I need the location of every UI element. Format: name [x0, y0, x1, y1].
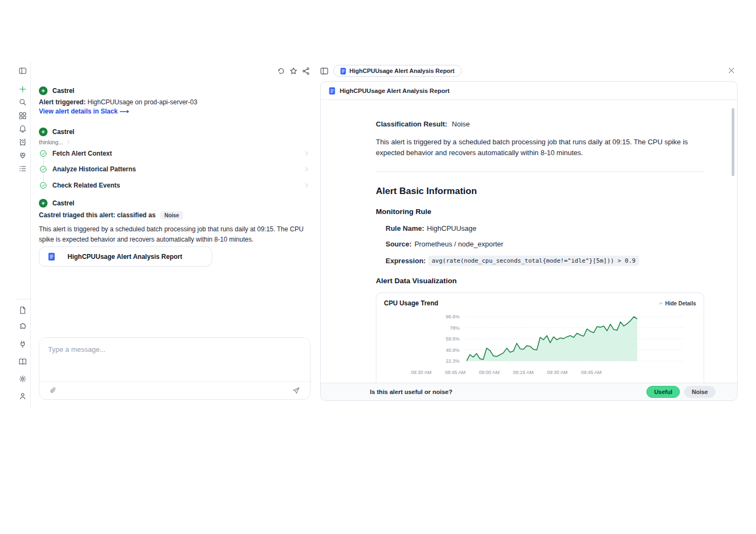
chevron-right-icon	[66, 140, 71, 144]
check-circle-icon	[39, 150, 47, 157]
report-attachment-card[interactable]: HighCPUUsage Alert Analysis Report	[39, 246, 212, 266]
cpu-usage-line-chart	[467, 313, 684, 368]
document-icon	[48, 252, 55, 261]
agent-avatar	[39, 128, 48, 136]
x-tick-label: 09:45 AM	[581, 370, 602, 375]
agent-avatar	[39, 86, 48, 95]
expression-code: avg(rate(node_cpu_seconds_total{mode!="i…	[428, 256, 639, 266]
agent-name: Castrel	[52, 87, 75, 95]
alert-triggered-label: Alert triggered:	[39, 98, 86, 106]
apps-grid-icon[interactable]	[18, 111, 27, 120]
rule-name-value: HighCPUUsage	[427, 224, 477, 232]
notifications-bell-icon[interactable]	[18, 124, 27, 133]
agent-name: Castrel	[52, 128, 75, 136]
attachment-title: HighCPUUsage Alert Analysis Report	[68, 253, 183, 261]
report-content: Classification Result: Noise This alert …	[321, 101, 737, 383]
message-input[interactable]	[39, 338, 310, 381]
close-icon[interactable]	[727, 66, 735, 75]
step-check-related-events[interactable]: Check Related Events	[39, 181, 309, 190]
alert-triggered-line: Alert triggered: HighCPUUsage on prod-ap…	[39, 98, 197, 106]
sidebar-toggle-icon[interactable]	[18, 66, 27, 75]
report-tab[interactable]: HighCPUUsage Alert Analysis Report	[333, 65, 462, 77]
thinking-label: thinking...	[39, 139, 63, 145]
task-list-icon[interactable]	[18, 164, 27, 173]
y-tick-label: 59.5%	[446, 336, 460, 342]
section-basic-info-title: Alert Basic Information	[376, 186, 705, 197]
send-icon[interactable]	[292, 386, 300, 395]
thinking-toggle[interactable]: thinking...	[39, 139, 71, 145]
y-tick-label: 96.6%	[446, 314, 460, 319]
hide-details-label: Hide Details	[665, 301, 696, 306]
expression-row: Expression: avg(rate(node_cpu_seconds_to…	[386, 256, 705, 266]
x-tick-label: 09:30 AM	[547, 370, 568, 375]
feedback-bar: Is this alert useful or noise? Useful No…	[321, 383, 737, 401]
x-tick-label: 08:30 AM	[411, 370, 431, 375]
settings-gear-icon[interactable]	[18, 375, 27, 383]
subsection-monitoring-rule-title: Monitoring Rule	[376, 208, 705, 216]
report-panel-header: HighCPUUsage Alert Analysis Report	[321, 82, 737, 100]
feedback-question: Is this alert useful or noise?	[370, 389, 453, 395]
documents-icon[interactable]	[18, 306, 27, 315]
x-tick-label: 08:45 AM	[445, 370, 465, 375]
classification-value: Noise	[452, 120, 470, 128]
rule-name-label: Rule Name:	[386, 224, 424, 232]
expression-label: Expression:	[386, 257, 426, 265]
chat-column: Castrel Alert triggered: HighCPUUsage on…	[31, 62, 320, 408]
step-analyze-historical-patterns[interactable]: Analyze Historical Patterns	[39, 164, 309, 174]
step-fetch-alert-context[interactable]: Fetch Alert Context	[39, 149, 309, 158]
attach-paperclip-icon[interactable]	[49, 386, 57, 395]
section-divider	[376, 171, 704, 172]
chevron-right-icon	[304, 183, 309, 188]
health-heart-icon[interactable]	[18, 151, 27, 159]
source-value: Prometheus / node_exporter	[414, 240, 503, 248]
rule-name-row: Rule Name: HighCPUUsage	[386, 224, 705, 232]
agent-avatar	[39, 199, 48, 208]
check-circle-icon	[39, 165, 47, 173]
hide-details-button[interactable]: Hide Details	[658, 301, 696, 306]
message-composer	[39, 337, 310, 400]
source-row: Source: Prometheus / node_exporter	[386, 240, 705, 248]
triage-result-line: Castrel triaged this alert: classified a…	[39, 211, 183, 219]
triage-prefix: Castrel triaged this alert: classified a…	[39, 211, 156, 219]
report-tab-label: HighCPUUsage Alert Analysis Report	[349, 68, 455, 74]
monitoring-rule-fields: Rule Name: HighCPUUsage Source: Promethe…	[386, 224, 705, 266]
panel-toggle-icon[interactable]	[320, 66, 329, 76]
y-tick-label: 40.9%	[446, 348, 460, 353]
report-summary: This alert is triggered by a scheduled b…	[376, 137, 704, 158]
chevron-up-icon	[658, 301, 663, 306]
agent-message-header: Castrel	[39, 128, 75, 136]
chart-card-header: CPU Usage Trend Hide Details	[384, 299, 696, 307]
noise-button[interactable]: Noise	[684, 386, 716, 398]
classification-result-line: Classification Result: Noise	[376, 120, 705, 128]
integrations-plug-icon[interactable]	[18, 340, 27, 349]
useful-button[interactable]: Useful	[646, 386, 680, 398]
slack-details-link[interactable]: View alert details in Slack ⟶	[39, 108, 129, 115]
step-label: Check Related Events	[52, 182, 120, 189]
account-person-icon[interactable]	[18, 392, 27, 401]
classification-badge: Noise	[160, 211, 183, 219]
chart-title: CPU Usage Trend	[384, 299, 438, 307]
check-circle-icon	[39, 182, 47, 189]
chart-plot-area: 96.6%78%59.5%40.9%22.3%	[429, 313, 696, 368]
search-icon[interactable]	[18, 98, 27, 106]
agent-message-header: Castrel	[39, 199, 75, 208]
y-axis-labels: 96.6%78%59.5%40.9%22.3%	[429, 313, 460, 368]
composer-footer	[39, 381, 310, 399]
extensions-puzzle-icon[interactable]	[18, 323, 27, 331]
x-axis-labels: 08:30 AM08:45 AM09:00 AM09:15 AM09:30 AM…	[421, 370, 696, 378]
document-icon	[329, 87, 335, 95]
alert-triggered-text: HighCPUUsage on prod-api-server-03	[87, 98, 197, 106]
classification-label: Classification Result:	[376, 120, 447, 128]
chevron-right-icon	[304, 166, 309, 172]
chevron-right-icon	[304, 151, 309, 156]
triage-body: This alert is triggered by a scheduled b…	[39, 224, 309, 244]
rail-divider	[15, 299, 31, 299]
document-icon	[340, 68, 346, 75]
docs-book-icon[interactable]	[18, 357, 27, 366]
alarm-clock-icon[interactable]	[18, 138, 27, 146]
new-chat-plus-icon[interactable]	[18, 85, 27, 94]
section-visualization-title: Alert Data Visualization	[376, 277, 705, 285]
agent-message-header: Castrel	[39, 86, 75, 95]
scrollbar-thumb[interactable]	[732, 108, 734, 176]
source-label: Source:	[386, 240, 411, 248]
